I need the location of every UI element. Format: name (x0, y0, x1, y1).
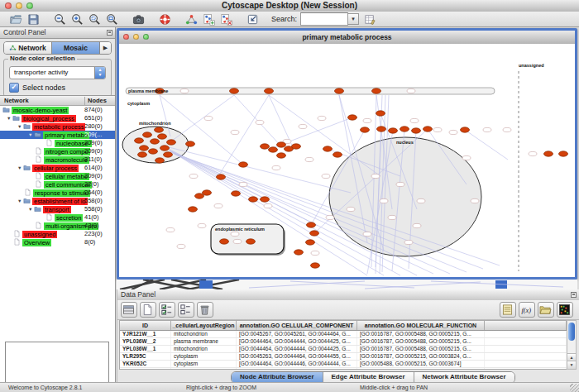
table-row[interactable]: YJR121W__1mitochondrion[GO:0045267, GO:0… (120, 331, 567, 338)
column-header[interactable]: _cellularLayoutRegion (171, 321, 237, 330)
expand-arrow-icon[interactable]: ▼ (17, 197, 23, 205)
tab-network[interactable]: Network (4, 42, 52, 54)
tree-row-establishment-of-lo[interactable]: ▼establishment of lo558(0) (0, 197, 115, 205)
select-nodes-checkbox[interactable]: ✓ (9, 83, 19, 93)
resize-grip[interactable] (570, 384, 579, 392)
network-canvas[interactable]: plasma membranecytoplasmmitochondrionnuc… (119, 44, 575, 277)
table-cell: mitochondrion (171, 331, 237, 337)
network-tree: Network Nodes mosaic-demo-yeast874(0)▼bi… (0, 95, 115, 382)
tree-row-nitrogen-compo[interactable]: nitrogen compo209(0) (0, 147, 115, 155)
column-header[interactable]: annotation.GO CELLULAR_COMPONENT (237, 321, 357, 330)
unselect-attributes-button[interactable] (178, 302, 194, 318)
network-window-title: primary metabolic process (119, 33, 575, 41)
expand-arrow-icon[interactable]: ▼ (28, 131, 34, 139)
open-folder-button[interactable] (538, 302, 554, 318)
table-cell (485, 361, 567, 367)
snapshot-button[interactable] (132, 12, 147, 26)
tree-row-label: biological_process (22, 115, 76, 122)
node-color-dropdown[interactable]: transporter activity ▲▼ (9, 66, 106, 79)
help-button[interactable] (158, 12, 174, 26)
file-icon (35, 172, 42, 179)
folder-icon (34, 205, 41, 213)
attribute-grid-button[interactable] (121, 302, 137, 318)
search-settings-button[interactable] (363, 12, 379, 26)
tree-row-count: 22(0) (84, 180, 99, 189)
table-row[interactable]: YKR052Ccytoplasm[GO:0044464, GO:0044446,… (120, 361, 567, 368)
tree-row-macromolecule[interactable]: macromolecule311(0) (0, 155, 115, 164)
create-view-button[interactable] (202, 12, 218, 26)
tree-row-nucleobase-[interactable]: nucleobase-209(0) (0, 139, 115, 147)
notes-icon (501, 304, 514, 316)
column-header[interactable]: ID (120, 321, 171, 330)
network-window-titlebar[interactable]: primary metabolic process (119, 31, 575, 45)
table-row[interactable]: YPL036W__1mitochondrion[GO:0044464, GO:0… (120, 346, 567, 353)
tree-row-label: transport (43, 206, 71, 213)
tree-col-network: Network (4, 97, 29, 104)
node-color-dropdown-value: transporter activity (10, 67, 94, 79)
tree-row-count: 209(... (84, 131, 102, 139)
tree-row-metabolic-process[interactable]: ▼metabolic process280(0) (0, 122, 115, 131)
tree-row-label: primary metabo (43, 131, 89, 139)
float-panel-icon[interactable] (571, 292, 577, 298)
tree-row-cell-communicat[interactable]: cell communicat22(0) (0, 180, 115, 189)
function-button[interactable]: f(x) (519, 302, 535, 318)
table-row[interactable]: YDR039C__1mitochondrion[GO:0044464, GO:0… (120, 368, 567, 370)
tree-row-label: cellular process (32, 165, 79, 172)
tree-row-label: response to stimulu (33, 189, 90, 197)
search-input[interactable] (300, 12, 348, 26)
dropdown-stepper-icon: ▲▼ (94, 67, 105, 79)
tab-mosaic[interactable]: Mosaic (52, 42, 100, 54)
column-header[interactable] (485, 321, 567, 330)
vizmapper-button[interactable] (184, 12, 200, 26)
open-button[interactable] (9, 12, 25, 26)
tree-row-label: cellular metabo (44, 173, 89, 180)
delete-attribute-button[interactable] (197, 302, 213, 318)
tree-row-unassigned[interactable]: unassigned223(0) (0, 230, 115, 238)
column-header[interactable]: annotation.GO MOLECULAR_FUNCTION (357, 321, 485, 330)
expand-arrow-icon[interactable]: ▼ (17, 164, 23, 172)
tree-row-mosaic-demo-yeast[interactable]: mosaic-demo-yeast874(0) (0, 106, 115, 114)
destroy-view-button[interactable] (219, 12, 235, 26)
tree-row-biological-process[interactable]: ▼biological_process651(0) (0, 114, 115, 122)
search-dropdown-button[interactable]: ▾ (348, 13, 359, 25)
matrix-button[interactable] (557, 302, 573, 318)
tree-row-cellular-process[interactable]: ▼cellular process614(0) (0, 164, 115, 172)
float-panel-icon[interactable] (107, 30, 112, 36)
scrollbar-thumb[interactable] (568, 323, 575, 341)
table-cell: [GO:0005488, GO:0005215, GO:0003674] (357, 361, 485, 367)
table-scrollbar[interactable]: ▲ ▼ (567, 320, 577, 370)
tree-row-primary-metabo[interactable]: ▼primary metabo209(... (0, 131, 115, 139)
zoom-fit-button[interactable] (105, 12, 121, 26)
zoom-out-button[interactable] (53, 12, 69, 26)
tree-row-transport[interactable]: ▼transport558(0) (0, 205, 115, 213)
scroll-down-button[interactable]: ▼ (567, 361, 576, 369)
file-icon (24, 189, 31, 196)
tree-row-secretion[interactable]: secretion41(0) (0, 213, 115, 222)
save-button[interactable] (26, 12, 42, 26)
status-bar: Welcome to Cytoscape 2.8.1Right-click + … (0, 382, 579, 392)
zoom-in-button[interactable] (70, 12, 86, 26)
tree-row-overview[interactable]: Overview8(0) (0, 238, 115, 246)
table-cell: YDR039C__1 (120, 368, 171, 370)
file-icon (35, 180, 42, 188)
select-nodes-checkbox-row[interactable]: ✓ Select nodes (9, 83, 108, 93)
tree-row-multi-organism-pro[interactable]: multi-organism pro42(0) (0, 222, 115, 230)
new-attribute-button[interactable] (140, 302, 156, 318)
select-attributes-button[interactable] (159, 302, 175, 318)
expand-arrow-icon[interactable]: ▼ (28, 205, 34, 213)
table-cell: cytoplasm (171, 353, 237, 360)
expand-arrow-icon[interactable]: ▼ (7, 114, 12, 122)
table-cell (485, 353, 567, 360)
table-cell: [GO:0016787, GO:0005488, GO:0005215, G..… (357, 331, 485, 337)
zoom-selected-button[interactable] (88, 12, 103, 26)
delete-attribute-icon (199, 304, 211, 316)
table-row[interactable]: YPL036W__2plasma membrane[GO:0044464, GO… (120, 338, 567, 346)
tree-row-cellular-metabo[interactable]: cellular metabo209(0) (0, 172, 115, 180)
expand-arrow-icon[interactable]: ▼ (17, 122, 23, 131)
annotation-button[interactable] (246, 12, 261, 26)
tabs-overflow-button[interactable]: ▶ (100, 42, 111, 54)
tree-row-response-to-stimulu[interactable]: response to stimulu264(0) (0, 189, 115, 197)
notes-button[interactable] (500, 302, 516, 318)
table-row[interactable]: YLR295Ccytoplasm[GO:0045263, GO:0044464,… (120, 353, 567, 361)
file-icon (45, 213, 53, 221)
